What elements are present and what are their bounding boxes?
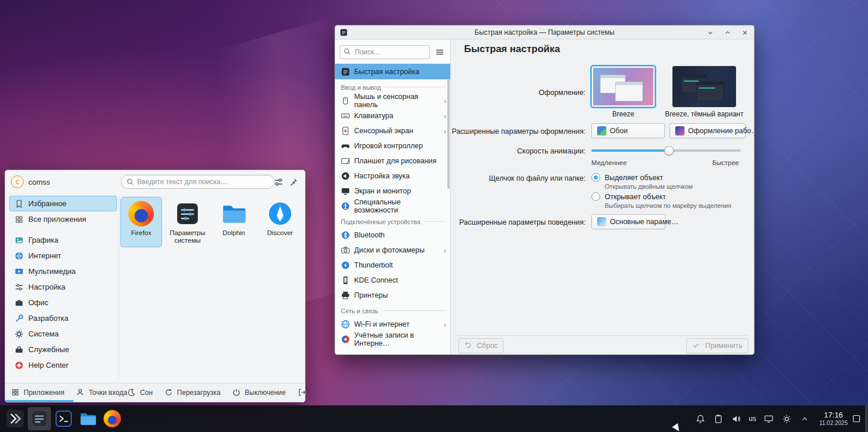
chevron-right-icon: › bbox=[444, 127, 446, 135]
sidebar-item-touchscreen[interactable]: Сенсорный экран› bbox=[335, 123, 450, 138]
category-development[interactable]: Разработка bbox=[9, 310, 117, 326]
radio-open-object[interactable]: Открывает объект bbox=[591, 192, 666, 201]
behavior-advanced-label: Расширенные параметры поведения: bbox=[459, 218, 586, 226]
category-office[interactable]: Офис bbox=[9, 295, 117, 310]
sidebar-item-online-accounts[interactable]: Учётные записи в Интерне… bbox=[335, 332, 450, 347]
titlebar[interactable]: Быстрая настройка — Параметры системы bbox=[335, 25, 754, 39]
tray-expand-chevron-up-icon[interactable] bbox=[800, 413, 810, 424]
sidebar-item-mouse[interactable]: Мышь и сенсорная панель› bbox=[335, 93, 450, 108]
favorite-dolphin[interactable]: Dolphin bbox=[213, 197, 255, 247]
category-system[interactable]: Система bbox=[9, 326, 117, 342]
sidebar-item-quick-settings[interactable]: Быстрая настройка bbox=[335, 64, 450, 79]
keyboard-layout-indicator[interactable]: us bbox=[749, 415, 756, 423]
sidebar-item-wifi-internet[interactable]: Wi-Fi и интернет› bbox=[335, 317, 450, 332]
category-all-apps[interactable]: Все приложения bbox=[9, 211, 117, 227]
launcher-search-input[interactable] bbox=[137, 178, 270, 186]
logout-button[interactable]: Выход bbox=[297, 388, 306, 397]
category-utilities[interactable]: Служебные bbox=[9, 342, 117, 357]
configure-sliders-icon[interactable] bbox=[274, 177, 284, 187]
radio-on-icon[interactable] bbox=[591, 173, 600, 182]
sidebar-item-display[interactable]: Экран и монитор bbox=[335, 184, 450, 199]
sidebar-item-drawing-tablet[interactable]: Планшет для рисования bbox=[335, 153, 450, 169]
kickoff-icon bbox=[6, 409, 24, 428]
wallpaper-button[interactable]: Обои bbox=[591, 123, 665, 138]
close-icon[interactable] bbox=[740, 28, 749, 37]
printer-icon bbox=[341, 291, 350, 300]
notifications-bell-icon[interactable] bbox=[695, 413, 705, 424]
sidebar-item-kde-connect[interactable]: KDE Connect bbox=[335, 273, 450, 288]
active-tab-indicator bbox=[5, 400, 73, 402]
category-favorites[interactable]: Избранное bbox=[9, 196, 117, 211]
sidebar-item-disks-cameras[interactable]: Диски и фотокамеры› bbox=[335, 243, 450, 258]
folder-icon bbox=[79, 410, 97, 427]
app-launcher-button[interactable] bbox=[3, 407, 27, 430]
workspace-theme-button[interactable]: Оформление рабо… bbox=[670, 123, 746, 138]
taskbar-dolphin[interactable] bbox=[76, 407, 100, 430]
sleep-button[interactable]: Сон bbox=[127, 388, 153, 397]
sidebar-item-accessibility[interactable]: Специальные возможности bbox=[335, 199, 450, 214]
category-multimedia[interactable]: Мультимедиа bbox=[9, 263, 117, 279]
apply-button[interactable]: Применить bbox=[686, 338, 748, 353]
category-graphics[interactable]: Графика bbox=[9, 232, 117, 248]
favorite-system-settings[interactable]: Параметры системы bbox=[167, 197, 208, 247]
category-internet[interactable]: Интернет bbox=[9, 248, 117, 263]
volume-icon[interactable] bbox=[731, 413, 741, 424]
page-title: Быстрая настройка bbox=[464, 43, 560, 55]
sidebar-item-bluetooth[interactable]: Bluetooth bbox=[335, 228, 450, 243]
window-title: Быстрая настройка — Параметры системы bbox=[335, 28, 754, 36]
hamburger-menu-icon[interactable] bbox=[433, 45, 447, 59]
theme-preview-breeze[interactable] bbox=[591, 66, 655, 107]
category-help-center[interactable]: Help Center bbox=[9, 357, 117, 373]
user-avatar[interactable]: c bbox=[11, 175, 24, 188]
favorite-firefox[interactable]: Firefox bbox=[120, 197, 162, 247]
username: comss bbox=[28, 178, 50, 186]
taskbar-konsole[interactable] bbox=[52, 407, 75, 430]
pin-icon[interactable] bbox=[289, 177, 299, 187]
theme-preview-breeze-dark[interactable] bbox=[672, 66, 736, 107]
restart-button[interactable]: Перезагрузка bbox=[164, 388, 220, 397]
brightness-sun-icon[interactable] bbox=[782, 413, 792, 424]
category-settings[interactable]: Настройка bbox=[9, 279, 117, 295]
clock[interactable]: 17:16 11.02.2025 bbox=[819, 411, 848, 426]
show-desktop-icon[interactable] bbox=[851, 413, 862, 424]
clock-time: 17:16 bbox=[824, 411, 843, 420]
general-behavior-button[interactable]: Основные параме… bbox=[591, 214, 665, 229]
accessibility-icon bbox=[341, 202, 350, 211]
sidebar-scrollbar[interactable] bbox=[447, 79, 450, 189]
sidebar-item-label: Быстрая настройка bbox=[354, 68, 420, 76]
settings-search-input[interactable] bbox=[355, 48, 426, 56]
sidebar-item-keyboard[interactable]: Клавиатура› bbox=[335, 108, 450, 123]
minimize-icon[interactable] bbox=[705, 28, 715, 37]
keyboard-icon bbox=[341, 111, 350, 120]
sidebar-item-game-controller[interactable]: Игровой контроллер bbox=[335, 138, 450, 153]
maximize-icon[interactable] bbox=[723, 28, 732, 37]
launcher-header: c comss bbox=[5, 170, 305, 193]
sidebar-item-thunderbolt[interactable]: Thunderbolt bbox=[335, 258, 450, 273]
online-accounts-icon bbox=[341, 335, 350, 344]
taskbar-firefox[interactable] bbox=[101, 407, 124, 430]
theme-name: Breeze, тёмный вариант bbox=[664, 110, 744, 118]
favorite-discover[interactable]: Discover bbox=[259, 197, 301, 247]
workspace-theme-icon bbox=[675, 126, 685, 136]
launcher-search-field[interactable] bbox=[121, 175, 275, 189]
taskbar-system-settings[interactable] bbox=[28, 407, 51, 430]
radio-off-icon[interactable] bbox=[591, 192, 600, 201]
clipboard-icon[interactable] bbox=[713, 413, 723, 424]
tab-places[interactable]: Точки входа bbox=[76, 388, 127, 397]
panel-edge-strip[interactable] bbox=[865, 405, 868, 432]
display-icon[interactable] bbox=[764, 413, 774, 424]
animation-speed-label: Скорость анимации: bbox=[517, 147, 586, 155]
application-launcher: c comss Избранное Все приложения Графика bbox=[5, 170, 306, 402]
reset-icon bbox=[464, 341, 473, 350]
wrench-icon bbox=[14, 314, 24, 323]
animation-speed-slider-handle[interactable] bbox=[664, 146, 674, 155]
chevron-right-icon: › bbox=[444, 321, 446, 328]
reset-button[interactable]: Сброс bbox=[458, 338, 503, 353]
settings-search-field[interactable] bbox=[340, 45, 430, 59]
tab-applications[interactable]: Приложения bbox=[11, 388, 64, 397]
shutdown-button[interactable]: Выключение bbox=[232, 388, 286, 397]
footer-separator bbox=[457, 335, 748, 336]
sidebar-item-sound[interactable]: Настройка звука bbox=[335, 169, 450, 184]
radio-select-object[interactable]: Выделяет объект bbox=[591, 173, 663, 182]
sidebar-item-printers[interactable]: Принтеры bbox=[335, 288, 450, 303]
